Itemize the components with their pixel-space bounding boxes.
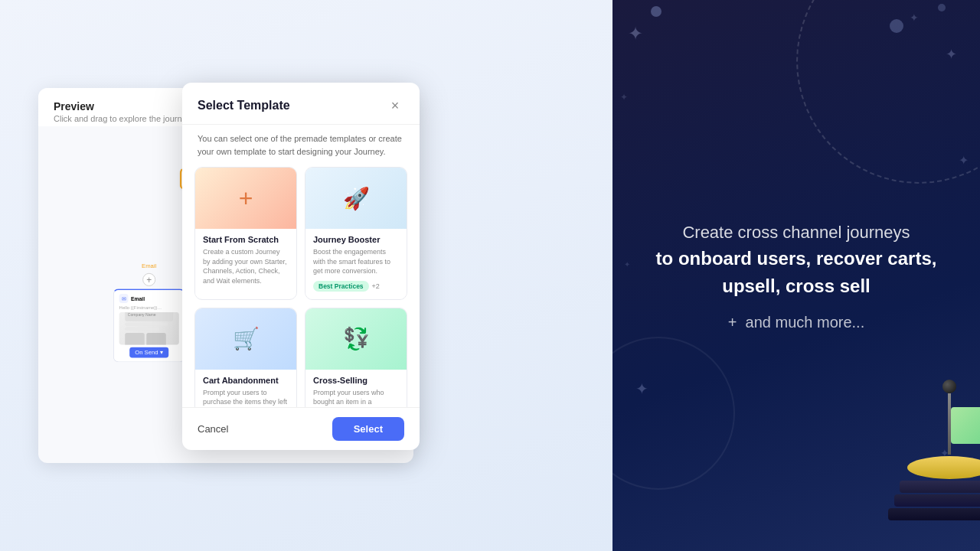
badge-row-journey-booster: Best Practices +2 <box>313 281 399 292</box>
deco-circle-2 <box>612 337 735 490</box>
select-button[interactable]: Select <box>332 417 404 441</box>
tagline-prefix: Create cross channel journeys <box>682 223 910 242</box>
star-5: ✦ <box>959 153 969 168</box>
modal-description: You can select one of the premade templa… <box>182 125 420 167</box>
template-body-start-scratch: Start From Scratch Create a custom Journ… <box>195 229 296 298</box>
pedestal-step2 <box>894 494 981 507</box>
template-icon-journey-booster: 🚀 <box>305 168 407 229</box>
template-desc-cart-abandonment: Prompt your users to purchase the items … <box>203 388 289 407</box>
modal-close-button[interactable]: × <box>386 96 404 115</box>
email-label: Email <box>131 295 145 302</box>
branch-email-label: Email <box>142 262 156 269</box>
left-panel: Preview Click and drag to explore the jo… <box>0 0 612 551</box>
template-card-cart-abandonment[interactable]: 🛒 Cart Abandonment Prompt your users to … <box>194 308 297 407</box>
email-preview-img: Company Name <box>119 312 179 344</box>
star-6: ✦ <box>635 380 648 398</box>
email-sublabel: Hello {{Firstname}}… <box>119 305 179 310</box>
dot-3 <box>938 4 946 11</box>
pedestal-disc <box>907 456 980 479</box>
template-desc-start-scratch: Create a custom Journey by adding your o… <box>203 247 289 285</box>
template-name-cross-selling: Cross-Selling <box>313 376 399 385</box>
illustration <box>903 380 980 520</box>
template-icon-start-scratch: + <box>195 168 296 229</box>
add-email[interactable]: + <box>142 273 155 286</box>
template-icon-cart-abandonment: 🛒 <box>195 308 296 370</box>
pedestal-step1 <box>900 481 980 493</box>
deco-circle-1 <box>796 0 980 184</box>
modal-title: Select Template <box>198 99 290 112</box>
right-more: + and much more... <box>643 314 949 331</box>
template-grid: + Start From Scratch Create a custom Jou… <box>194 167 407 407</box>
star-2: ✦ <box>946 46 957 63</box>
star-4: ✦ <box>620 92 628 103</box>
modal-header: Select Template × <box>182 83 420 125</box>
plus-symbol: + <box>728 314 737 331</box>
template-name-cart-abandonment: Cart Abandonment <box>203 376 289 385</box>
pole-ball <box>942 380 956 393</box>
pedestal <box>903 380 980 520</box>
star-1: ✦ <box>628 23 643 44</box>
badge-count-journey-booster: +2 <box>372 282 380 290</box>
cancel-button[interactable]: Cancel <box>198 419 228 439</box>
modal-body: + Start From Scratch Create a custom Jou… <box>182 167 420 407</box>
star-3: ✦ <box>910 11 919 24</box>
right-panel: ✦ ✦ ✦ ✦ ✦ ✦ ✦ ✦ Create cross channel jou… <box>612 0 980 551</box>
select-template-modal: Select Template × You can select one of … <box>182 83 420 450</box>
email-on-send[interactable]: On Send ▾ <box>129 347 168 358</box>
badge-best-practices: Best Practices <box>313 281 369 292</box>
flag <box>951 407 980 444</box>
email-icon: ✉ <box>119 294 129 303</box>
branch-email: Email + ✉ Email Hello {{Firstname}}… <box>113 262 185 362</box>
right-tagline: Create cross channel journeys to onboard… <box>643 220 949 300</box>
template-body-cart-abandonment: Cart Abandonment Prompt your users to pu… <box>195 370 296 407</box>
right-content: Create cross channel journeys to onboard… <box>612 197 980 354</box>
template-name-journey-booster: Journey Booster <box>313 235 399 244</box>
tagline-bold: to onboard users, recover carts, upsell,… <box>656 248 937 296</box>
template-desc-journey-booster: Boost the engagements with the smart fea… <box>313 247 399 276</box>
template-card-cross-selling[interactable]: 💱 Cross-Selling Prompt your users who bo… <box>305 308 407 407</box>
template-name-start-scratch: Start From Scratch <box>203 235 289 244</box>
modal-footer: Cancel Select <box>182 407 420 450</box>
dot-1 <box>651 6 662 17</box>
email-card: ✉ Email Hello {{Firstname}}… Company Nam… <box>113 289 185 362</box>
pedestal-step3 <box>888 508 980 520</box>
template-body-cross-selling: Cross-Selling Prompt your users who boug… <box>305 370 407 407</box>
tagline-suffix: and much more... <box>746 314 865 331</box>
dot-2 <box>890 19 903 33</box>
template-card-journey-booster[interactable]: 🚀 Journey Booster Boost the engagements … <box>305 167 407 300</box>
template-desc-cross-selling: Prompt your users who bought an item in … <box>313 388 399 407</box>
template-body-journey-booster: Journey Booster Boost the engagements wi… <box>305 229 407 299</box>
template-icon-cross-selling: 💱 <box>305 308 407 370</box>
template-card-start-scratch[interactable]: + Start From Scratch Create a custom Jou… <box>194 167 297 300</box>
